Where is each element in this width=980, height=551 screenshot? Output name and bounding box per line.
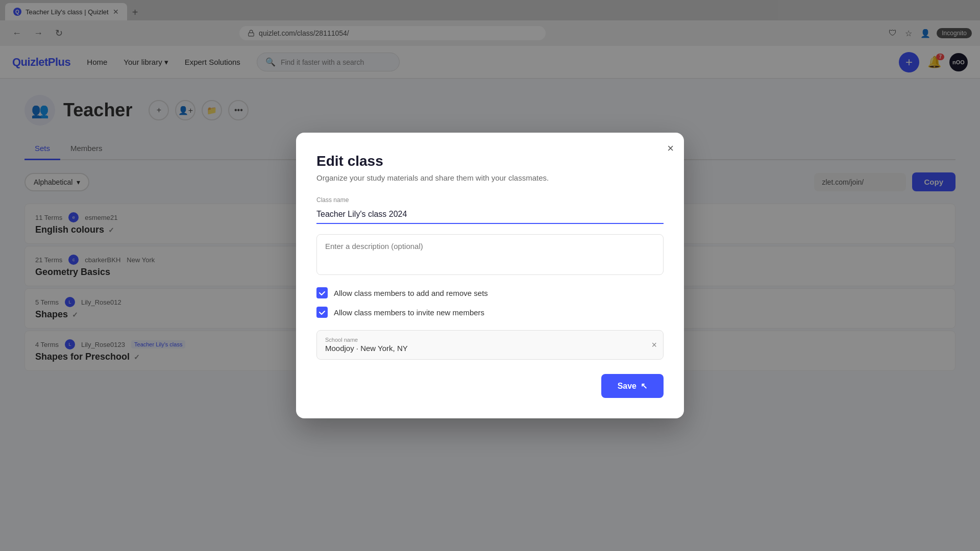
modal-subtitle: Organize your study materials and share … xyxy=(316,173,664,182)
checkmark-icon xyxy=(318,289,326,296)
cursor-icon: ↖ xyxy=(641,381,647,391)
school-clear-button[interactable]: × xyxy=(651,340,657,350)
modal-overlay[interactable]: × Edit class Organize your study materia… xyxy=(0,0,980,551)
modal-close-button[interactable]: × xyxy=(667,143,674,154)
checkbox-add-remove-sets-box[interactable] xyxy=(316,287,328,298)
checkbox-invite-members-label: Allow class members to invite new member… xyxy=(334,308,484,317)
checkbox-invite-members: Allow class members to invite new member… xyxy=(316,307,664,318)
description-input[interactable] xyxy=(316,234,664,275)
description-group xyxy=(316,234,664,277)
checkbox-group: Allow class members to add and remove se… xyxy=(316,287,664,318)
modal-title: Edit class xyxy=(316,153,664,169)
checkbox-add-remove-sets: Allow class members to add and remove se… xyxy=(316,287,664,298)
edit-class-modal: × Edit class Organize your study materia… xyxy=(296,133,684,418)
class-name-input[interactable] xyxy=(316,206,664,224)
school-field: School name Moodjoy · New York, NY × xyxy=(316,330,664,360)
school-name-label: School name xyxy=(325,337,655,343)
checkbox-add-remove-sets-label: Allow class members to add and remove se… xyxy=(334,289,488,297)
modal-footer: Save ↖ xyxy=(316,374,664,398)
school-name-value: Moodjoy · New York, NY xyxy=(325,344,408,353)
checkmark-icon xyxy=(318,309,326,316)
class-name-label: Class name xyxy=(316,196,664,204)
checkbox-invite-members-box[interactable] xyxy=(316,307,328,318)
class-name-group: Class name xyxy=(316,196,664,224)
save-button[interactable]: Save ↖ xyxy=(601,374,664,398)
